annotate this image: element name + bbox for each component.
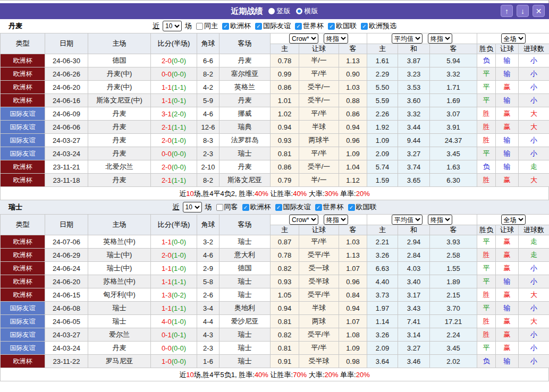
match-row: 国际友谊24-03-24丹麦0-0(0-0)2-3瑞士0.81平/半1.092.… xyxy=(1,147,549,160)
avg-away-odds: 1.69 xyxy=(430,94,477,107)
handicap-line: 半球 xyxy=(299,302,339,315)
handicap-home-odds: 0.81 xyxy=(271,342,299,355)
radio-unselected-icon xyxy=(268,8,275,14)
odds-company-select[interactable]: Crow* xyxy=(289,215,318,225)
avg-away-odds: 1.63 xyxy=(430,160,477,174)
handicap-away-odds: 1.08 xyxy=(339,328,367,342)
score-cell: 0-0(0-0) xyxy=(151,67,197,81)
close-button[interactable]: ✕ xyxy=(533,5,545,17)
final-odds-select-2[interactable]: 终指 xyxy=(428,215,452,225)
recent-link[interactable]: 近 xyxy=(173,202,180,212)
full-time-score: 2-0 xyxy=(162,251,172,259)
match-date: 24-06-06 xyxy=(45,121,88,134)
league-checkbox[interactable]: ✓欧国联 xyxy=(348,202,377,212)
final-odds-select[interactable]: 终指 xyxy=(324,215,348,225)
result-handicap: 赢 xyxy=(496,81,519,94)
half-time-score: (1-1) xyxy=(172,304,186,312)
half-time-score: (0-1) xyxy=(172,97,186,105)
summary-part: 近 xyxy=(179,190,186,198)
handicap-home-odds: 0.78 xyxy=(271,249,299,262)
league-checkbox[interactable]: ✓国际友谊 xyxy=(255,21,291,31)
layout-vertical-radio[interactable]: 竖版 xyxy=(268,6,291,16)
move-down-button[interactable]: ↓ xyxy=(517,5,529,17)
average-select[interactable]: 平均值 xyxy=(392,215,423,225)
away-team: 瑞士 xyxy=(219,328,271,342)
handicap-away-odds: 0.98 xyxy=(339,355,367,368)
filter-controls: 近10场同主✓欧洲杯✓国际友谊✓世界杯✓欧国联✓欧洲预选 xyxy=(153,21,396,31)
average-odds-group: 平均值 终指 xyxy=(367,215,477,225)
corners: 8-2 xyxy=(197,67,219,81)
avg-away-odds: 6.30 xyxy=(430,174,477,187)
full-match-select[interactable]: 全场 xyxy=(501,33,526,44)
avg-away-odds: 17.21 xyxy=(430,315,477,328)
handicap-line: 受半/一 xyxy=(299,160,339,174)
league-checkbox[interactable]: ✓欧洲杯 xyxy=(242,202,271,212)
avg-draw-odds: 2.84 xyxy=(398,249,430,262)
result-wdl: 平 xyxy=(477,235,496,249)
away-team: 瑞士 xyxy=(219,288,271,302)
home-team: 瑞士(中) xyxy=(88,262,151,275)
final-odds-select[interactable]: 终指 xyxy=(324,33,348,44)
result-goals: 小 xyxy=(519,67,549,81)
half-time-score: (0-0) xyxy=(172,238,186,246)
league-checkbox[interactable]: ✓欧洲预选 xyxy=(361,21,396,31)
league-checkbox[interactable]: ✓世界杯 xyxy=(315,202,344,212)
match-count-select[interactable]: 10 xyxy=(163,21,182,31)
result-goals: 走 xyxy=(519,160,549,174)
score-cell: 1-1(1-1) xyxy=(151,81,197,94)
final-odds-select-2[interactable]: 终指 xyxy=(428,33,452,44)
layout-horizontal-radio[interactable]: 横版 xyxy=(296,6,318,16)
avg-away-odds: 1.89 xyxy=(430,275,477,288)
col-avg-away: 客 xyxy=(430,225,477,235)
full-match-select[interactable]: 全场 xyxy=(501,215,526,225)
handicap-away-odds: 0.84 xyxy=(339,288,367,302)
league-checkbox[interactable]: ✓国际友谊 xyxy=(275,202,311,212)
league-checkbox[interactable]: ✓世界杯 xyxy=(295,21,324,31)
col-corner: 角球 xyxy=(197,215,219,235)
avg-away-odds: 2.15 xyxy=(430,288,477,302)
move-up-button[interactable]: ↑ xyxy=(501,5,513,17)
full-time-score: 1-1 xyxy=(162,278,172,286)
average-select[interactable]: 平均值 xyxy=(392,33,423,44)
result-goals: 小 xyxy=(519,81,549,94)
result-handicap: 赢 xyxy=(496,315,519,328)
away-team: 斯洛文尼亚 xyxy=(219,174,271,187)
match-count-select[interactable]: 10 xyxy=(183,202,202,212)
handicap-odds-group: Crow* 终指 xyxy=(271,33,367,44)
titlebar-buttons: ↑ ↓ ✕ xyxy=(501,5,545,17)
half-time-score: (0-0) xyxy=(172,150,186,158)
avg-draw-odds: 3.40 xyxy=(398,275,430,288)
same-venue-checkbox[interactable]: 同客 xyxy=(216,202,238,212)
handicap-line: 受半/一 xyxy=(299,81,339,94)
full-time-score: 2-1 xyxy=(162,176,172,184)
match-date: 24-03-27 xyxy=(45,328,88,342)
odds-company-select[interactable]: Crow* xyxy=(289,33,318,44)
home-team: 德国 xyxy=(88,54,151,67)
avg-home-odds: 1.97 xyxy=(367,302,398,315)
summary-part: 40% xyxy=(255,371,268,379)
checkbox-checked-icon: ✓ xyxy=(328,23,335,30)
corners: 4-6 xyxy=(197,249,219,262)
half-time-score: (0-1) xyxy=(172,331,186,339)
summary-part: 40% xyxy=(255,190,268,198)
summary-row: 近10场,胜4平4负2, 胜率:40% 让胜率:40% 大率:30% 单率:20… xyxy=(0,187,549,200)
competition-badge: 欧洲杯 xyxy=(1,174,45,187)
handicap-home-odds: 0.94 xyxy=(271,121,299,134)
summary-part: 40% xyxy=(293,190,307,198)
avg-home-odds: 5.74 xyxy=(367,160,398,174)
recent-link[interactable]: 近 xyxy=(153,21,159,31)
handicap-away-odds: 0.88 xyxy=(339,94,367,107)
league-checkbox[interactable]: ✓欧国联 xyxy=(328,21,357,31)
same-venue-checkbox[interactable]: 同主 xyxy=(196,21,218,31)
handicap-home-odds: 1.02 xyxy=(271,107,299,121)
col-wdl: 胜负 xyxy=(477,44,496,54)
match-row: 欧洲杯23-11-21北爱尔兰2-0(0-0)2-10丹麦0.86受半/一1.0… xyxy=(1,160,549,174)
filter-row: 瑞士 近10场同客✓欧洲杯✓国际友谊✓世界杯✓欧国联 xyxy=(0,200,549,214)
score-cell: 2-0(0-0) xyxy=(151,54,197,67)
result-handicap: 输 xyxy=(496,147,519,160)
avg-draw-odds: 3.46 xyxy=(398,355,430,368)
league-checkbox[interactable]: ✓欧洲杯 xyxy=(222,21,251,31)
match-row: 欧洲杯24-06-20苏格兰(中)1-1(1-1)5-8瑞士0.93受半球0.9… xyxy=(1,275,549,288)
match-date: 24-07-06 xyxy=(45,235,88,249)
handicap-away-odds: 0.94 xyxy=(339,121,367,134)
